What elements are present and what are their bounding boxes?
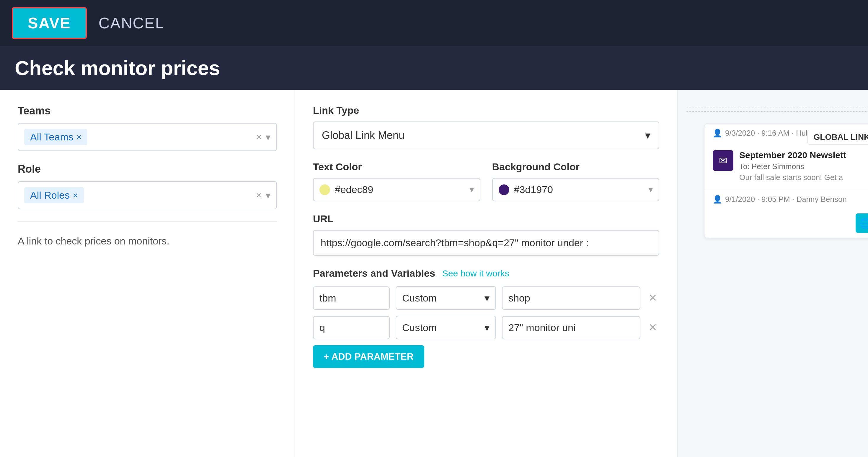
param-remove-2[interactable]: ✕ [646, 321, 659, 334]
link-type-chevron-icon: ▾ [645, 129, 650, 142]
email1-row[interactable]: ✉ September 2020 Newslett To: Peter Simm… [705, 142, 868, 190]
param-type-2-value: Custom [402, 322, 437, 334]
global-links-badge: GLOBAL LINKS [807, 130, 868, 145]
globe-button[interactable]: 🌐 [856, 213, 868, 233]
bg-color-chevron-icon: ▾ [649, 185, 653, 195]
text-color-dot [319, 184, 330, 195]
preview-card: GLOBAL LINKS 👤 9/3/2020 · 9:16 AM · Hull… [704, 123, 868, 238]
param-value-2[interactable] [502, 316, 640, 339]
color-row: Text Color #edec89 ▾ Background Color #3… [313, 161, 659, 201]
param-row-1: Custom ▾ ✕ [313, 286, 659, 310]
url-input[interactable]: https://google.com/search?tbm=shop&q=27"… [313, 230, 659, 256]
text-color-chevron-icon: ▾ [470, 185, 474, 195]
email1-to: To: Peter Simmons [739, 162, 868, 171]
role-clear-icon[interactable]: × [256, 190, 261, 201]
email2-time: 9/1/2020 · 9:05 PM · Danny Benson [725, 195, 847, 204]
bg-color-field: Background Color #3d1970 ▾ [492, 161, 659, 201]
teams-select[interactable]: All Teams × × ▾ [18, 123, 277, 151]
role-chevron-icon[interactable]: ▾ [266, 190, 271, 201]
params-label: Parameters and Variables [313, 267, 435, 279]
left-panel: Teams All Teams × × ▾ Role All Roles × ×… [0, 90, 295, 457]
top-bar: SAVE CANCEL [0, 0, 868, 46]
email2-time-row: 👤 9/1/2020 · 9:05 PM · Danny Benson [705, 190, 868, 209]
save-button[interactable]: SAVE [12, 7, 87, 39]
all-teams-tag-close[interactable]: × [76, 132, 82, 142]
text-color-label: Text Color [313, 161, 480, 173]
text-color-field: Text Color #edec89 ▾ [313, 161, 480, 201]
param-key-2[interactable] [313, 316, 390, 339]
main-content: Teams All Teams × × ▾ Role All Roles × ×… [0, 90, 868, 457]
param-remove-1[interactable]: ✕ [646, 292, 659, 304]
param-type-2[interactable]: Custom ▾ [396, 316, 496, 339]
middle-panel: Link Type Global Link Menu ▾ Text Color … [295, 90, 678, 457]
url-label: URL [313, 213, 659, 225]
role-select[interactable]: All Roles × × ▾ [18, 181, 277, 209]
link-type-label: Link Type [313, 105, 659, 116]
param-value-1[interactable] [502, 286, 640, 310]
param-type-2-chevron-icon: ▾ [485, 322, 490, 334]
bg-color-hex: #3d1970 [514, 184, 644, 195]
role-select-actions: × ▾ [256, 190, 271, 201]
email1-preview: Our fall sale starts soon! Get a [739, 173, 868, 182]
teams-label: Teams [18, 105, 277, 117]
globe-btn-row: 🌐 [705, 209, 868, 238]
person-icon-2: 👤 [713, 195, 722, 204]
all-teams-tag: All Teams × [24, 129, 87, 145]
text-color-select[interactable]: #edec89 ▾ [313, 178, 480, 201]
param-key-1[interactable] [313, 286, 390, 310]
link-type-dropdown[interactable]: Global Link Menu ▾ [313, 121, 659, 149]
all-roles-tag: All Roles × [24, 187, 84, 203]
top-dotted-border [686, 108, 868, 108]
see-how-link[interactable]: See how it works [442, 268, 509, 279]
bg-color-dot [499, 184, 509, 195]
link-description: A link to check prices on monitors. [18, 233, 277, 249]
bg-color-label: Background Color [492, 161, 659, 173]
teams-clear-icon[interactable]: × [256, 132, 261, 142]
url-section: URL https://google.com/search?tbm=shop&q… [313, 213, 659, 256]
param-type-1-value: Custom [402, 292, 437, 304]
email1-subject: September 2020 Newslett [739, 150, 868, 160]
text-color-hex: #edec89 [335, 184, 465, 195]
email1-meta: September 2020 Newslett To: Peter Simmon… [739, 150, 868, 182]
bg-color-select[interactable]: #3d1970 ▾ [492, 178, 659, 201]
left-divider [18, 221, 277, 222]
email1-icon: ✉ [713, 150, 733, 171]
teams-chevron-icon[interactable]: ▾ [266, 132, 271, 143]
right-panel: GLOBAL LINKS 👤 9/3/2020 · 9:16 AM · Hull… [678, 90, 868, 457]
param-row-2: Custom ▾ ✕ [313, 316, 659, 339]
header-section: Check monitor prices [0, 46, 868, 90]
param-type-1[interactable]: Custom ▾ [396, 286, 496, 310]
link-type-value: Global Link Menu [322, 129, 404, 142]
add-parameter-button[interactable]: + ADD PARAMETER [313, 345, 424, 368]
role-label: Role [18, 163, 277, 175]
all-roles-tag-close[interactable]: × [73, 190, 78, 200]
globe-icon: 🌐 [859, 217, 868, 229]
page-title: Check monitor prices [15, 56, 853, 80]
param-type-1-chevron-icon: ▾ [485, 292, 490, 304]
second-dotted-border [686, 111, 868, 112]
person-icon-1: 👤 [713, 128, 722, 138]
teams-select-actions: × ▾ [256, 132, 271, 143]
cancel-button[interactable]: CANCEL [99, 14, 164, 32]
params-header: Parameters and Variables See how it work… [313, 267, 659, 279]
